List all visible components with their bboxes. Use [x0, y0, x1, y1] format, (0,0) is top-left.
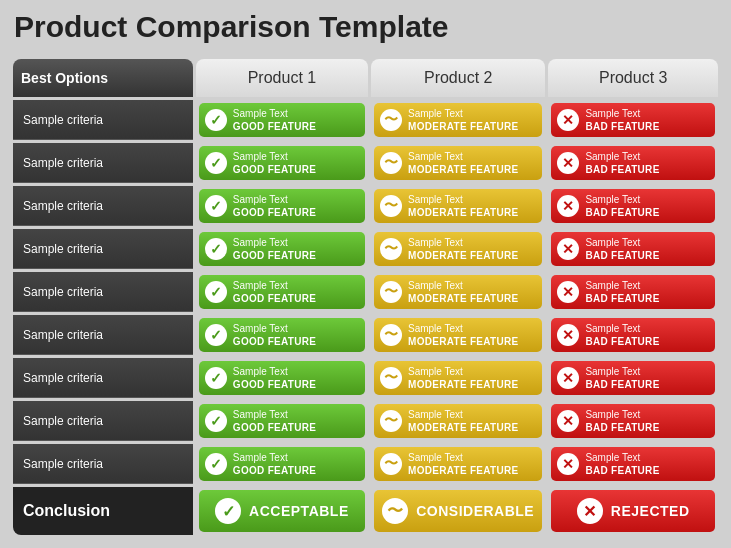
check-icon: ✓: [205, 324, 227, 346]
good-feature-label: GOOD FEATURE: [233, 464, 316, 477]
wave-icon: 〜: [380, 453, 402, 475]
table-row: Sample criteria ✓ Sample Text GOOD FEATU…: [13, 143, 718, 183]
moderate-feature-cell: 〜 Sample Text MODERATE FEATURE: [371, 358, 545, 398]
header-best-options: Best Options: [13, 59, 193, 97]
good-main-text: Sample Text: [233, 322, 316, 335]
good-feature-cell: ✓ Sample Text GOOD FEATURE: [196, 401, 368, 441]
bad-feature-label: BAD FEATURE: [585, 378, 659, 391]
bad-main-text: Sample Text: [585, 236, 659, 249]
x-icon: ✕: [557, 453, 579, 475]
good-feature-label: GOOD FEATURE: [233, 335, 316, 348]
comparison-table: Best Options Product 1 Product 2 Product…: [10, 56, 721, 538]
criteria-cell: Sample criteria: [13, 229, 193, 269]
wave-icon: 〜: [380, 238, 402, 260]
check-icon: ✓: [205, 195, 227, 217]
moderate-feature-label: MODERATE FEATURE: [408, 206, 519, 219]
wave-icon: 〜: [380, 410, 402, 432]
moderate-main-text: Sample Text: [408, 408, 519, 421]
wave-icon: 〜: [380, 152, 402, 174]
good-feature-cell: ✓ Sample Text GOOD FEATURE: [196, 100, 368, 140]
good-feature-label: GOOD FEATURE: [233, 163, 316, 176]
wave-icon: 〜: [380, 195, 402, 217]
moderate-feature-label: MODERATE FEATURE: [408, 292, 519, 305]
moderate-main-text: Sample Text: [408, 193, 519, 206]
x-icon: ✕: [557, 152, 579, 174]
criteria-cell: Sample criteria: [13, 358, 193, 398]
page-title: Product Comparison Template: [10, 10, 721, 44]
table-row: Sample criteria ✓ Sample Text GOOD FEATU…: [13, 358, 718, 398]
table-row: Sample criteria ✓ Sample Text GOOD FEATU…: [13, 315, 718, 355]
good-feature-label: GOOD FEATURE: [233, 378, 316, 391]
criteria-cell: Sample criteria: [13, 444, 193, 484]
bad-feature-label: BAD FEATURE: [585, 421, 659, 434]
bad-main-text: Sample Text: [585, 322, 659, 335]
conclusion-product1: ✓ ACCEPTABLE: [196, 487, 368, 535]
check-icon: ✓: [205, 281, 227, 303]
header-product2: Product 2: [371, 59, 545, 97]
good-feature-cell: ✓ Sample Text GOOD FEATURE: [196, 358, 368, 398]
moderate-feature-cell: 〜 Sample Text MODERATE FEATURE: [371, 401, 545, 441]
x-icon: ✕: [557, 281, 579, 303]
moderate-feature-cell: 〜 Sample Text MODERATE FEATURE: [371, 272, 545, 312]
good-feature-cell: ✓ Sample Text GOOD FEATURE: [196, 229, 368, 269]
bad-feature-cell: ✕ Sample Text BAD FEATURE: [548, 444, 718, 484]
wave-icon: 〜: [380, 281, 402, 303]
moderate-feature-cell: 〜 Sample Text MODERATE FEATURE: [371, 315, 545, 355]
moderate-feature-cell: 〜 Sample Text MODERATE FEATURE: [371, 229, 545, 269]
good-feature-cell: ✓ Sample Text GOOD FEATURE: [196, 315, 368, 355]
check-icon: ✓: [205, 238, 227, 260]
conclusion-rejected-text: REJECTED: [611, 503, 690, 519]
bad-feature-label: BAD FEATURE: [585, 206, 659, 219]
moderate-feature-cell: 〜 Sample Text MODERATE FEATURE: [371, 186, 545, 226]
bad-feature-cell: ✕ Sample Text BAD FEATURE: [548, 315, 718, 355]
bad-main-text: Sample Text: [585, 451, 659, 464]
check-icon: ✓: [205, 109, 227, 131]
bad-feature-label: BAD FEATURE: [585, 335, 659, 348]
moderate-feature-label: MODERATE FEATURE: [408, 464, 519, 477]
bad-feature-label: BAD FEATURE: [585, 292, 659, 305]
wave-icon: 〜: [380, 367, 402, 389]
moderate-main-text: Sample Text: [408, 236, 519, 249]
bad-feature-cell: ✕ Sample Text BAD FEATURE: [548, 143, 718, 183]
bad-feature-label: BAD FEATURE: [585, 120, 659, 133]
conclusion-acceptable-text: ACCEPTABLE: [249, 503, 349, 519]
good-main-text: Sample Text: [233, 279, 316, 292]
good-feature-cell: ✓ Sample Text GOOD FEATURE: [196, 186, 368, 226]
good-main-text: Sample Text: [233, 107, 316, 120]
moderate-feature-label: MODERATE FEATURE: [408, 335, 519, 348]
moderate-main-text: Sample Text: [408, 107, 519, 120]
x-icon: ✕: [557, 367, 579, 389]
x-icon: ✕: [557, 109, 579, 131]
moderate-main-text: Sample Text: [408, 150, 519, 163]
bad-main-text: Sample Text: [585, 150, 659, 163]
good-feature-label: GOOD FEATURE: [233, 206, 316, 219]
good-main-text: Sample Text: [233, 193, 316, 206]
criteria-cell: Sample criteria: [13, 401, 193, 441]
moderate-main-text: Sample Text: [408, 322, 519, 335]
criteria-cell: Sample criteria: [13, 100, 193, 140]
moderate-feature-label: MODERATE FEATURE: [408, 378, 519, 391]
good-main-text: Sample Text: [233, 451, 316, 464]
bad-feature-cell: ✕ Sample Text BAD FEATURE: [548, 186, 718, 226]
good-main-text: Sample Text: [233, 408, 316, 421]
criteria-cell: Sample criteria: [13, 315, 193, 355]
wave-icon: 〜: [380, 109, 402, 131]
conclusion-check-icon: ✓: [215, 498, 241, 524]
table-row: Sample criteria ✓ Sample Text GOOD FEATU…: [13, 100, 718, 140]
criteria-cell: Sample criteria: [13, 186, 193, 226]
conclusion-product2: 〜 CONSIDERABLE: [371, 487, 545, 535]
moderate-feature-cell: 〜 Sample Text MODERATE FEATURE: [371, 444, 545, 484]
table-row: Sample criteria ✓ Sample Text GOOD FEATU…: [13, 444, 718, 484]
x-icon: ✕: [557, 195, 579, 217]
criteria-cell: Sample criteria: [13, 143, 193, 183]
bad-main-text: Sample Text: [585, 193, 659, 206]
bad-feature-cell: ✕ Sample Text BAD FEATURE: [548, 272, 718, 312]
conclusion-considerable-text: CONSIDERABLE: [416, 503, 534, 519]
moderate-main-text: Sample Text: [408, 451, 519, 464]
bad-main-text: Sample Text: [585, 107, 659, 120]
bad-feature-cell: ✕ Sample Text BAD FEATURE: [548, 401, 718, 441]
check-icon: ✓: [205, 453, 227, 475]
bad-main-text: Sample Text: [585, 279, 659, 292]
check-icon: ✓: [205, 410, 227, 432]
header-product1: Product 1: [196, 59, 368, 97]
